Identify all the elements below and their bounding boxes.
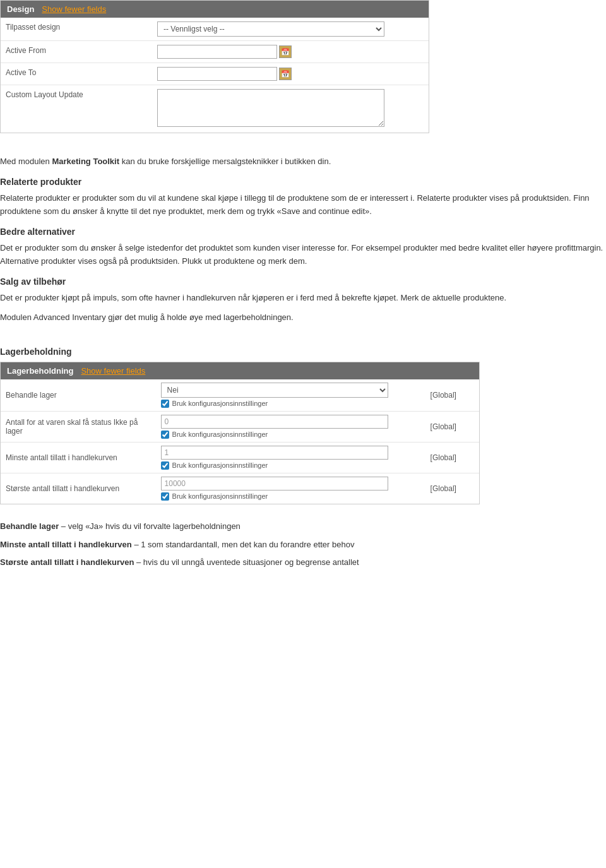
- storste-antall-field: Bruk konfigurasjonsinnstillinger: [156, 473, 425, 504]
- bedre-text: Det er produkter som du ønsker å selge i…: [0, 242, 606, 268]
- design-section: Design Show fewer fields Tilpasset desig…: [0, 0, 429, 133]
- config-check-row: Bruk konfigurasjonsinnstillinger: [161, 431, 420, 439]
- active-from-label: Active From: [1, 41, 152, 63]
- active-from-field: 📅: [152, 41, 429, 63]
- storste-antall-global: [Global]: [425, 473, 479, 504]
- antall-status-field: Bruk konfigurasjonsinnstillinger: [156, 411, 425, 442]
- inventory-table: Behandle lager Nei Bruk konfigurasjonsin…: [1, 379, 479, 504]
- active-from-calendar-icon[interactable]: 📅: [279, 45, 292, 58]
- lagerbeholdning-section: Lagerbeholdning Show fewer fields Behand…: [0, 362, 480, 504]
- minste-bold: Minste antall tillatt i handlekurven: [0, 540, 132, 549]
- behandle-bold: Behandle lager: [0, 521, 59, 531]
- storste-antall-input[interactable]: [161, 477, 388, 490]
- config-label: Bruk konfigurasjonsinnstillinger: [172, 461, 268, 469]
- active-to-label: Active To: [1, 63, 152, 85]
- storste-antall-label: Største antall tillatt i handlekurven: [1, 473, 156, 504]
- bottom-prose: Behandle lager – velg «Ja» hvis du vil f…: [0, 514, 606, 581]
- bottom-prose-behandle: Behandle lager – velg «Ja» hvis du vil f…: [0, 520, 606, 533]
- lagerbeholdning-section-header: Lagerbeholdning Show fewer fields: [1, 362, 479, 379]
- config-label: Bruk konfigurasjonsinnstillinger: [172, 492, 268, 500]
- table-row: Active To 📅: [1, 63, 429, 85]
- custom-layout-textarea[interactable]: [157, 89, 384, 127]
- behandle-lager-global: [Global]: [425, 379, 479, 412]
- antall-status-input[interactable]: [161, 415, 388, 429]
- minste-antall-global: [Global]: [425, 442, 479, 473]
- marketing-intro: Med modulen Marketing Toolkit kan du bru…: [0, 155, 606, 169]
- design-section-header: Design Show fewer fields: [1, 1, 429, 18]
- table-row: Tilpasset design -- Vennligst velg --: [1, 18, 429, 41]
- config-check-row: Bruk konfigurasjonsinnstillinger: [161, 400, 420, 408]
- design-form-table: Tilpasset design -- Vennligst velg -- Ac…: [1, 18, 429, 133]
- tilpasset-design-field: -- Vennligst velg --: [152, 18, 429, 41]
- behandle-lager-field: Nei Bruk konfigurasjonsinnstillinger: [156, 379, 425, 412]
- table-row: Største antall tillatt i handlekurven Br…: [1, 473, 479, 504]
- salg-text: Det er produkter kjøpt på impuls, som of…: [0, 292, 606, 305]
- relaterte-text: Relaterte produkter er produkter som du …: [0, 192, 606, 218]
- tilpasset-design-select[interactable]: -- Vennligst velg --: [157, 21, 384, 37]
- salg-heading: Salg av tilbehør: [0, 275, 606, 288]
- config-check-row: Bruk konfigurasjonsinnstillinger: [161, 461, 420, 470]
- prose-content: Med modulen Marketing Toolkit kan du bru…: [0, 146, 606, 340]
- advanced-inventory-text: Modulen Advanced Inventary gjør det muli…: [0, 311, 606, 324]
- behandle-lager-checkbox[interactable]: [161, 400, 169, 408]
- storste-rest: – hvis du vil unngå uventede situasjoner…: [136, 557, 359, 567]
- config-check-row: Bruk konfigurasjonsinnstillinger: [161, 492, 420, 501]
- behandle-lager-select[interactable]: Nei: [161, 383, 388, 398]
- bottom-prose-storste: Største antall tillatt i handlekurven – …: [0, 556, 606, 569]
- active-to-input[interactable]: [157, 67, 277, 81]
- show-fewer-fields-link-lager[interactable]: Show fewer fields: [81, 366, 145, 376]
- lagerbeholdning-heading: Lagerbeholdning: [0, 347, 606, 357]
- table-row: Custom Layout Update: [1, 85, 429, 133]
- custom-layout-label: Custom Layout Update: [1, 85, 152, 133]
- config-label: Bruk konfigurasjonsinnstillinger: [172, 400, 268, 407]
- behandle-rest: – velg «Ja» hvis du vil forvalte lagerbe…: [61, 521, 241, 531]
- custom-layout-field: [152, 85, 429, 133]
- lagerbeholdning-header-label: Lagerbeholdning: [7, 366, 73, 376]
- minste-antall-input[interactable]: [161, 446, 388, 460]
- design-header-label: Design: [7, 4, 34, 14]
- table-row: Active From 📅: [1, 41, 429, 63]
- active-from-input[interactable]: [157, 45, 277, 59]
- minste-antall-label: Minste antall tillatt i handlekurven: [1, 442, 156, 473]
- config-label: Bruk konfigurasjonsinnstillinger: [172, 431, 268, 438]
- show-fewer-fields-link-design[interactable]: Show fewer fields: [42, 4, 106, 14]
- storste-antall-checkbox[interactable]: [161, 492, 169, 501]
- behandle-lager-label: Behandle lager: [1, 379, 156, 412]
- minste-antall-field: Bruk konfigurasjonsinnstillinger: [156, 442, 425, 473]
- minste-antall-checkbox[interactable]: [161, 461, 169, 470]
- tilpasset-design-label: Tilpasset design: [1, 18, 152, 41]
- storste-bold: Største antall tillatt i handlekurven: [0, 557, 134, 567]
- antall-status-global: [Global]: [425, 411, 479, 442]
- table-row: Behandle lager Nei Bruk konfigurasjonsin…: [1, 379, 479, 412]
- active-to-calendar-icon[interactable]: 📅: [279, 68, 292, 80]
- antall-status-label: Antall for at varen skal få status Ikke …: [1, 411, 156, 442]
- antall-status-checkbox[interactable]: [161, 431, 169, 439]
- bottom-prose-minste: Minste antall tillatt i handlekurven – 1…: [0, 538, 606, 552]
- table-row: Antall for at varen skal få status Ikke …: [1, 411, 479, 442]
- relaterte-heading: Relaterte produkter: [0, 175, 606, 189]
- active-to-field: 📅: [152, 63, 429, 85]
- table-row: Minste antall tillatt i handlekurven Bru…: [1, 442, 479, 473]
- minste-rest: – 1 som standardantall, men det kan du f…: [134, 540, 354, 549]
- bedre-heading: Bedre alternativer: [0, 225, 606, 239]
